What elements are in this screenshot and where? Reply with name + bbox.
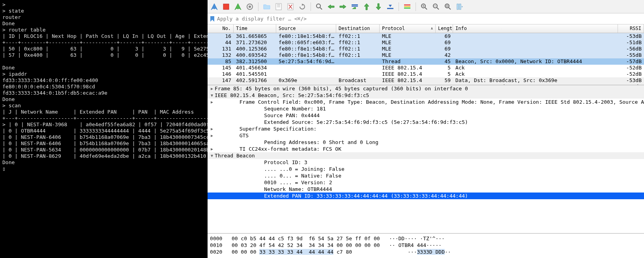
svg-rect-20 (459, 4, 461, 9)
svg-rect-4 (277, 4, 280, 5)
save-icon[interactable] (274, 2, 283, 11)
zoom-out-icon[interactable] (432, 2, 440, 11)
svg-point-2 (249, 6, 251, 8)
packet-list[interactable]: No. Time Source Destination Protocol∧ Le… (208, 24, 644, 85)
detail-row[interactable]: Sequence Number: 181 (208, 105, 644, 112)
svg-rect-9 (352, 4, 358, 6)
stop-capture-icon[interactable] (222, 2, 230, 11)
detail-row[interactable]: ▶ Superframe Specification: (208, 125, 644, 132)
detail-row[interactable]: .... 0... = Native: False (208, 172, 644, 179)
svg-rect-12 (404, 4, 410, 6)
detail-row[interactable]: ▼Thread Beacon (208, 152, 644, 159)
go-last-icon[interactable] (374, 2, 383, 11)
svg-rect-5 (277, 6, 280, 6)
packet-row[interactable]: 145401.456634IEEE 802.15.45Ack-52dB (208, 65, 644, 71)
packet-row[interactable]: 146401.545501IEEE 802.15.45Ack-52dB (208, 71, 644, 77)
zoom-reset-icon[interactable] (444, 2, 452, 11)
detail-row[interactable]: .... ...0 = Joining: False (208, 166, 644, 172)
close-file-icon[interactable] (286, 2, 295, 11)
col-rssi[interactable]: RSSI (618, 24, 644, 33)
svg-point-17 (445, 4, 449, 8)
detail-row[interactable]: Extended Source: 5e:27:5a:54:f6:9d:f3:c5… (208, 119, 644, 125)
svg-rect-10 (352, 6, 358, 7)
go-first-icon[interactable] (362, 2, 371, 11)
options-icon[interactable] (245, 2, 254, 11)
detail-row[interactable]: ▶ GTS (208, 132, 644, 139)
detail-row[interactable]: Protocol ID: 3 (208, 159, 644, 166)
col-time[interactable]: Time (234, 24, 276, 33)
zoom-in-icon[interactable] (420, 2, 429, 11)
terminal-pane[interactable]: > > state router Done > router table | I… (0, 0, 208, 258)
auto-scroll-icon[interactable] (386, 2, 395, 11)
detail-row[interactable]: ▶ TI CC24xx-format metadata: FCS OK (208, 146, 644, 152)
open-file-icon[interactable] (262, 2, 271, 11)
packet-row[interactable]: 132400.693542fe80::f8e1:54b8:f…ff02::1ML… (208, 52, 644, 58)
packet-list-header: No. Time Source Destination Protocol∧ Le… (208, 24, 644, 33)
svg-rect-6 (277, 7, 280, 7)
packet-row[interactable]: 85382.3125005e:27:5a:54:f6:9d…Thread45Be… (208, 58, 644, 65)
packet-row[interactable]: 44371.273620fe80::605f:e603:f…ff02::1MLE… (208, 39, 644, 46)
wireshark-pane: No. Time Source Destination Protocol∧ Le… (208, 0, 644, 258)
svg-rect-0 (223, 4, 229, 9)
packet-row[interactable]: 16361.665865fe80::18e1:54b8:f…ff02::1MLE… (208, 33, 644, 39)
packet-details[interactable]: ▶Frame 85: 45 bytes on wire (360 bits), … (208, 85, 644, 234)
packet-row[interactable]: 147402.5917660x369eBroadcastIEEE 802.15.… (208, 77, 644, 84)
col-dest[interactable]: Destination (336, 24, 380, 33)
detail-row[interactable]: ▶ Frame Control Field: 0xc000, Frame Typ… (208, 99, 644, 105)
svg-rect-14 (404, 7, 410, 9)
col-no[interactable]: No. (208, 24, 234, 33)
toolbar (208, 0, 644, 13)
bookmark-icon[interactable] (209, 16, 215, 22)
col-source[interactable]: Source (276, 24, 336, 33)
col-info[interactable]: Info (453, 24, 618, 33)
packet-row[interactable]: 131400.125366fe80::f8e1:54b8:f…ff02::1ML… (208, 46, 644, 52)
detail-row[interactable]: ▶Frame 85: 45 bytes on wire (360 bits), … (208, 85, 644, 92)
detail-row[interactable]: Source PAN: 0x4444 (208, 112, 644, 119)
find-icon[interactable] (315, 2, 324, 11)
svg-rect-13 (404, 6, 410, 7)
svg-rect-11 (387, 8, 393, 9)
packet-bytes[interactable]: 0000 00 c0 b5 44 44 c5 f3 9d f6 54 5a 27… (208, 234, 644, 258)
col-length[interactable]: Length (436, 24, 453, 33)
col-protocol[interactable]: Protocol∧ (380, 24, 436, 33)
colorize-icon[interactable] (403, 2, 412, 11)
display-filter-input[interactable] (217, 15, 642, 23)
terminal-output: > > state router Done > router table | I… (2, 2, 205, 172)
svg-rect-18 (446, 5, 448, 7)
detail-row[interactable]: Extended PAN ID: 33:33:33:33:44:44:44:44… (208, 193, 644, 199)
prev-icon[interactable] (327, 2, 335, 11)
resize-columns-icon[interactable] (455, 2, 464, 11)
detail-row[interactable]: ▼IEEE 802.15.4 Beacon, Src: 5e:27:5a:54:… (208, 92, 644, 99)
sort-asc-icon: ∧ (431, 26, 433, 31)
next-icon[interactable] (339, 2, 347, 11)
detail-row[interactable]: Network Name: OTBR4444 (208, 186, 644, 193)
filter-bar (208, 13, 644, 24)
svg-point-8 (316, 4, 320, 8)
reload-icon[interactable] (298, 2, 307, 11)
start-capture-icon[interactable] (210, 2, 219, 11)
svg-rect-19 (457, 4, 459, 9)
detail-row[interactable]: 0010 .... = Version: 2 (208, 179, 644, 186)
restart-capture-icon[interactable] (234, 2, 242, 11)
jump-prev-icon[interactable] (350, 2, 359, 11)
detail-row[interactable]: Pending Addresses: 0 Short and 0 Long (208, 139, 644, 146)
